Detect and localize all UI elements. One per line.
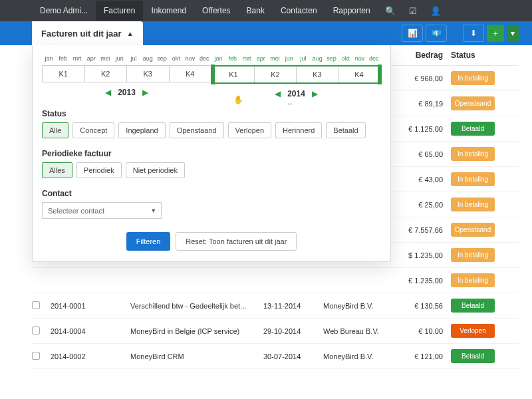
add-button[interactable]: ＋ — [487, 25, 504, 42]
month-okt[interactable]: okt — [338, 53, 352, 64]
month-jul[interactable]: jul — [297, 53, 311, 64]
nav-contacten[interactable]: Contacten — [273, 1, 325, 21]
row-checkbox[interactable] — [32, 301, 40, 309]
year-cur-right-icon[interactable]: ▶ — [312, 89, 318, 98]
month-jun[interactable]: jun — [112, 53, 126, 64]
filter-button[interactable]: Filteren — [126, 232, 171, 251]
month-sep[interactable]: sep — [155, 53, 169, 64]
quarter-K2[interactable]: K2 — [85, 66, 128, 82]
row-checkbox[interactable] — [32, 327, 40, 334]
year-cur-label: 2014 — [287, 89, 305, 98]
quarter-K3[interactable]: K3 — [297, 66, 338, 82]
month-apr[interactable]: apr — [84, 53, 98, 64]
cell-amount: € 1.235,00 — [390, 277, 443, 285]
table-row[interactable]: € 1.235,00In betaling — [32, 268, 519, 293]
pill-concept[interactable]: Concept — [72, 122, 114, 138]
status-badge: In betaling — [451, 198, 495, 211]
search-icon[interactable]: 🔍 — [378, 1, 402, 21]
status-badge: Betaald — [451, 122, 495, 136]
month-aug[interactable]: aug — [141, 53, 155, 64]
month-dec[interactable]: dec — [367, 53, 381, 64]
month-mei[interactable]: mei — [268, 53, 282, 64]
cell-date: 13-11-2014 — [263, 302, 323, 310]
filter-tab-label: Facturen uit dit jaar — [41, 29, 122, 39]
cell-amount: $ 1.235,00 — [390, 251, 443, 259]
cell-amount: € 130,56 — [390, 302, 443, 310]
nav-bank[interactable]: Bank — [239, 1, 273, 21]
year-prev-label: 2013 — [118, 88, 136, 97]
month-mei[interactable]: mei — [98, 53, 112, 64]
status-badge: In betaling — [451, 147, 495, 161]
month-nov[interactable]: nov — [353, 53, 367, 64]
chevron-down-icon: ▾ — [152, 206, 156, 215]
cell-number: 2014-0004 — [51, 327, 130, 335]
cell-amount: € 1.125,00 — [390, 125, 443, 133]
cell-amount: € 968,00 — [390, 74, 443, 82]
quarter-K4[interactable]: K4 — [170, 66, 211, 82]
pill-betaald[interactable]: Betaald — [326, 122, 365, 138]
table-row[interactable]: 2014-0004MoneyBird in Belgie (ICP servic… — [32, 319, 519, 344]
month-feb[interactable]: feb — [225, 53, 239, 64]
pill-alle[interactable]: Alle — [42, 122, 68, 138]
year-prev-left-icon[interactable]: ◀ — [105, 88, 111, 97]
month-jan[interactable]: jan — [211, 53, 225, 64]
row-checkbox[interactable] — [32, 352, 40, 360]
status-badge: In betaling — [451, 273, 495, 287]
nav-demo[interactable]: Demo Admi... — [32, 1, 96, 21]
pill-niet-periodiek[interactable]: Niet periodiek — [126, 162, 185, 178]
cell-amount: € 121,00 — [390, 352, 443, 360]
pill-openstaand[interactable]: Openstaand — [170, 122, 224, 138]
month-jan[interactable]: jan — [42, 53, 56, 64]
check-icon[interactable]: ☑ — [402, 1, 424, 21]
month-aug[interactable]: aug — [311, 53, 325, 64]
cell-customer: MoneyBird B.V. — [323, 352, 390, 360]
money-icon[interactable]: 💶 — [426, 25, 447, 42]
pill-periodiek[interactable]: Periodiek — [76, 162, 122, 178]
pill-ingepland[interactable]: Ingepland — [118, 122, 165, 138]
month-mrt[interactable]: mrt — [70, 53, 84, 64]
year-cur-left-icon[interactable]: ◀ — [275, 89, 281, 98]
cell-amount: € 43,00 — [390, 176, 443, 184]
add-dropdown[interactable]: ▾ — [507, 25, 519, 42]
month-okt[interactable]: okt — [169, 53, 183, 64]
pill-alles[interactable]: Alles — [42, 162, 72, 178]
status-badge: In betaling — [451, 172, 495, 186]
quarter-K1[interactable]: K1 — [213, 66, 255, 82]
top-navbar: Demo Admi... Facturen Inkomend Offertes … — [0, 0, 532, 21]
user-icon[interactable]: 👤 — [424, 1, 448, 21]
month-dec[interactable]: dec — [198, 53, 211, 64]
filter-tab[interactable]: Facturen uit dit jaar ▲ — [32, 21, 143, 45]
month-jun[interactable]: jun — [282, 53, 296, 64]
cell-amount: € 89,19 — [390, 100, 443, 108]
nav-rapporten[interactable]: Rapporten — [325, 1, 378, 21]
nav-inkomend[interactable]: Inkomend — [143, 1, 194, 21]
nav-offertes[interactable]: Offertes — [194, 1, 238, 21]
pill-herinnerd[interactable]: Herinnerd — [275, 122, 322, 138]
month-sep[interactable]: sep — [325, 53, 338, 64]
quarter-K2[interactable]: K2 — [255, 66, 297, 82]
contact-select[interactable]: Selecteer contact ▾ — [42, 202, 162, 219]
quarter-K3[interactable]: K3 — [127, 66, 170, 82]
cell-amount: € 65,00 — [390, 150, 443, 158]
year-block-current[interactable]: janfebmrtaprmeijunjulaugsepoktnovdec K1K… — [211, 53, 381, 98]
reset-button[interactable]: Reset: Toon facturen uit dit jaar — [176, 232, 297, 251]
nav-facturen[interactable]: Facturen — [96, 1, 143, 21]
month-nov[interactable]: nov — [184, 53, 198, 64]
month-mrt[interactable]: mrt — [240, 53, 254, 64]
month-feb[interactable]: feb — [56, 53, 70, 64]
quarter-K1[interactable]: K1 — [43, 66, 85, 82]
quarter-K4[interactable]: K4 — [338, 66, 380, 82]
month-jul[interactable]: jul — [127, 53, 141, 64]
year-prev-right-icon[interactable]: ▶ — [142, 88, 148, 97]
table-row[interactable]: 2014-0002MoneyBird CRM30-07-2014MoneyBir… — [32, 344, 519, 369]
pill-verlopen[interactable]: Verlopen — [228, 122, 271, 138]
month-apr[interactable]: apr — [254, 53, 268, 64]
toolbar: Facturen uit dit jaar ▲ 📊 💶 ⬇ ＋ ▾ — [0, 21, 532, 45]
cell-number: 2014-0002 — [51, 352, 130, 360]
status-badge: Openstaand — [451, 96, 495, 110]
chart-icon[interactable]: 📊 — [402, 25, 423, 42]
resize-arrow-icon: ↔ — [287, 100, 292, 107]
download-icon[interactable]: ⬇ — [463, 25, 484, 42]
table-row[interactable]: 2014-0001Verschillend btw - Gedeeltelijk… — [32, 293, 519, 319]
chevron-up-icon: ▲ — [127, 30, 134, 37]
